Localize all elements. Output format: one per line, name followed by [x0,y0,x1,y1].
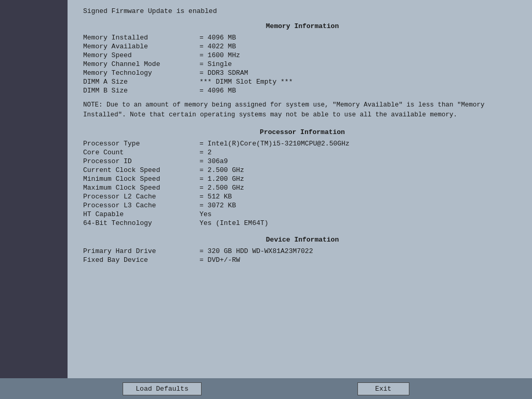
row-value: *** DIMM Slot Empty *** [197,77,522,86]
row-label: Memory Available [83,42,197,51]
row-label: Memory Installed [83,33,197,42]
left-sidebar [0,0,68,379]
row-value: = Single [197,60,522,69]
row-label: Memory Technology [83,69,197,77]
table-row: 64-Bit Technology Yes (Intel EM64T) [83,219,522,228]
table-row: Current Clock Speed = 2.500 GHz [83,166,522,175]
table-row: Memory Channel Mode = Single [83,60,522,69]
table-row: DIMM B Size = 4096 MB [83,86,522,95]
row-value: = 2 [197,148,522,157]
row-label: Core Count [83,148,197,157]
row-value: Yes (Intel EM64T) [197,219,522,228]
table-row: Primary Hard Drive = 320 GB HDD WD-WX81A… [83,247,522,256]
row-value: = 306a9 [197,157,522,166]
processor-info-table: Processor Type = Intel(R)Core(TM)i5-3210… [83,139,522,228]
main-content-area: Signed Firmware Update is enabled Memory… [68,0,532,378]
row-label: DIMM B Size [83,86,197,95]
bios-screen: Signed Firmware Update is enabled Memory… [0,0,532,399]
row-label: Maximum Clock Speed [83,183,197,192]
row-value: = 2.500 GHz [197,166,522,175]
table-row: Core Count = 2 [83,148,522,157]
table-row: Maximum Clock Speed = 2.500 GHz [83,183,522,192]
row-label: Memory Channel Mode [83,60,197,69]
table-row: Processor L3 Cache = 3072 KB [83,201,522,210]
row-label: 64-Bit Technology [83,219,197,228]
device-info-table: Primary Hard Drive = 320 GB HDD WD-WX81A… [83,247,522,264]
row-label: Minimum Clock Speed [83,175,197,183]
load-defaults-button[interactable]: Load Defaults [123,382,201,395]
row-value: = 4022 MB [197,42,522,51]
row-value: = 4096 MB [197,86,522,95]
exit-button[interactable]: Exit [357,382,409,395]
table-row: Minimum Clock Speed = 1.200 GHz [83,175,522,183]
table-row: Memory Speed = 1600 MHz [83,51,522,60]
row-value: = 512 KB [197,192,522,201]
row-label: Current Clock Speed [83,166,197,175]
row-label: Processor L3 Cache [83,201,197,210]
memory-note: NOTE: Due to an amount of memory being a… [83,100,522,120]
row-label: DIMM A Size [83,77,197,86]
row-value: = 3072 KB [197,201,522,210]
row-label: Processor L2 Cache [83,192,197,201]
table-row: Processor L2 Cache = 512 KB [83,192,522,201]
processor-section: Processor Information Processor Type = I… [83,128,522,228]
row-value: = DDR3 SDRAM [197,69,522,77]
table-row: Processor ID = 306a9 [83,157,522,166]
table-row: Memory Technology = DDR3 SDRAM [83,69,522,77]
row-value: = Intel(R)Core(TM)i5-3210MCPU@2.50GHz [197,139,522,148]
signed-firmware-text: Signed Firmware Update is enabled [83,7,522,15]
bottom-bar: Load Defaults Exit [0,378,532,399]
device-section-title: Device Information [83,236,522,244]
table-row: HT Capable Yes [83,210,522,219]
row-label: Processor ID [83,157,197,166]
row-label: Fixed Bay Device [83,256,197,264]
table-row: Processor Type = Intel(R)Core(TM)i5-3210… [83,139,522,148]
row-value: = 2.500 GHz [197,183,522,192]
row-label: Processor Type [83,139,197,148]
table-row: Memory Installed = 4096 MB [83,33,522,42]
row-value: = DVD+/-RW [197,256,522,264]
processor-section-title: Processor Information [83,128,522,136]
row-label: Primary Hard Drive [83,247,197,256]
row-value: Yes [197,210,522,219]
row-label: Memory Speed [83,51,197,60]
row-value: = 1600 MHz [197,51,522,60]
table-row: Memory Available = 4022 MB [83,42,522,51]
table-row: DIMM A Size *** DIMM Slot Empty *** [83,77,522,86]
memory-section: Memory Information Memory Installed = 40… [83,22,522,120]
memory-section-title: Memory Information [83,22,522,30]
table-row: Fixed Bay Device = DVD+/-RW [83,256,522,264]
row-value: = 320 GB HDD WD-WX81A23M7022 [197,247,522,256]
row-value: = 1.200 GHz [197,175,522,183]
row-value: = 4096 MB [197,33,522,42]
memory-info-table: Memory Installed = 4096 MB Memory Availa… [83,33,522,95]
row-label: HT Capable [83,210,197,219]
device-section: Device Information Primary Hard Drive = … [83,236,522,264]
